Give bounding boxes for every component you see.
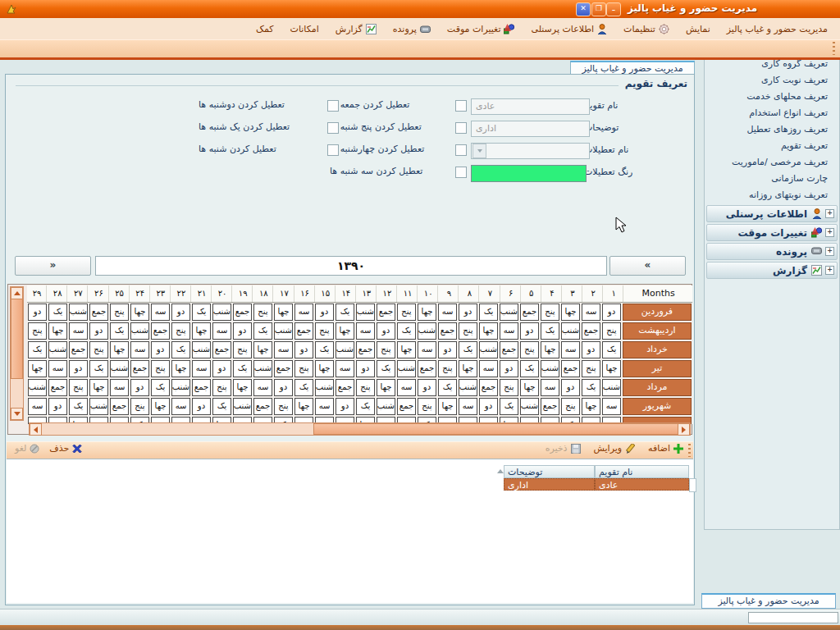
day-cell[interactable]: شنب [479, 341, 498, 358]
sidebar-item[interactable]: چارت سازمانی [705, 171, 839, 187]
day-cell[interactable]: سه [171, 398, 190, 415]
day-cell[interactable]: پنج [212, 379, 231, 396]
menu-item-1[interactable]: نمایش [678, 21, 718, 37]
menu-item-0[interactable]: مدیریت حضور و غیاب پالیز [719, 21, 835, 37]
day-cell[interactable]: سه [479, 360, 498, 377]
day-cell[interactable]: سه [315, 398, 334, 415]
day-cell[interactable]: یک [28, 341, 47, 358]
day-cell[interactable]: چها [377, 379, 395, 396]
day-cell[interactable]: شنب [418, 322, 436, 340]
sidebar-item[interactable]: تعریف انواع استخدام [705, 105, 839, 121]
holiday-weekday-checkbox[interactable] [455, 167, 467, 178]
menu-item-2[interactable]: تنظیمات [616, 21, 677, 37]
day-cell[interactable]: جمع [479, 379, 498, 396]
day-cell[interactable]: جمع [500, 341, 518, 358]
day-cell[interactable]: دو [520, 322, 539, 340]
day-cell[interactable]: جمع [438, 322, 457, 340]
day-cell[interactable]: جمع [582, 322, 600, 340]
day-cell[interactable]: دو [151, 341, 170, 358]
day-cell[interactable]: دو [315, 304, 334, 321]
next-year-button[interactable]: » [609, 256, 686, 276]
holiday-weekday-checkbox[interactable] [455, 100, 467, 112]
horizontal-scrollbar[interactable] [29, 422, 691, 436]
day-cell[interactable]: شنب [28, 379, 47, 396]
sidebar-item[interactable]: تعریف نوبت کاری [705, 72, 839, 89]
delete-button[interactable]: حذف [49, 443, 82, 454]
day-cell[interactable]: یک [212, 398, 231, 415]
day-cell[interactable]: دو [356, 360, 375, 377]
menu-item-6[interactable]: گزارش [328, 21, 384, 37]
holiday-name-combo[interactable] [471, 143, 590, 159]
toolbar-grip[interactable] [833, 42, 835, 55]
scroll-up-icon[interactable] [11, 287, 23, 299]
day-cell[interactable]: یک [171, 341, 190, 358]
day-cell[interactable]: چها [151, 398, 170, 415]
day-cell[interactable]: دو [418, 379, 436, 396]
day-cell[interactable]: دو [28, 304, 47, 321]
day-cell[interactable]: سه [541, 379, 559, 396]
day-cell[interactable]: جمع [541, 398, 559, 415]
day-cell[interactable]: سه [397, 379, 416, 396]
day-cell[interactable]: دو [69, 360, 88, 377]
day-cell[interactable]: یک [520, 360, 539, 377]
day-cell[interactable]: جمع [561, 360, 580, 377]
day-cell[interactable]: شنب [89, 398, 108, 415]
day-cell[interactable]: یک [89, 360, 108, 377]
day-cell[interactable]: جمع [212, 341, 231, 358]
day-cell[interactable]: سه [69, 322, 88, 340]
day-cell[interactable]: چها [582, 398, 600, 415]
day-cell[interactable]: یک [397, 322, 416, 340]
day-cell[interactable]: سه [418, 341, 436, 358]
dock-panel-tab[interactable]: مدیریت حضور و غیاب پالیز [701, 593, 836, 609]
day-cell[interactable]: سه [274, 341, 293, 358]
day-cell[interactable]: سه [582, 304, 600, 321]
day-cell[interactable]: سه [602, 398, 621, 415]
day-cell[interactable]: شنب [192, 341, 211, 358]
day-cell[interactable]: سه [253, 379, 272, 396]
minimize-button[interactable]: ـ [606, 2, 621, 16]
day-cell[interactable]: شنب [274, 322, 293, 340]
day-cell[interactable]: جمع [520, 304, 539, 321]
scrollbar-thumb[interactable] [313, 423, 678, 435]
day-cell[interactable]: چها [130, 304, 149, 321]
day-cell[interactable]: چها [561, 304, 580, 321]
column-header-description[interactable]: توضیحات [504, 465, 595, 478]
scroll-right-icon[interactable] [678, 423, 690, 436]
day-cell[interactable]: یک [253, 322, 272, 340]
day-cell[interactable]: دو [212, 360, 231, 377]
day-cell[interactable]: یک [192, 304, 211, 321]
day-cell[interactable]: سه [356, 322, 375, 340]
day-cell[interactable]: جمع [130, 360, 149, 377]
day-cell[interactable]: شنب [397, 360, 416, 377]
day-cell[interactable]: سه [212, 322, 231, 340]
day-cell[interactable]: جمع [233, 304, 252, 321]
day-cell[interactable]: دو [89, 322, 108, 340]
day-cell[interactable]: دو [192, 398, 211, 415]
day-cell[interactable]: چها [397, 341, 416, 358]
day-cell[interactable]: پنج [541, 304, 559, 321]
day-cell[interactable]: شنب [315, 379, 334, 396]
day-cell[interactable]: شنب [110, 360, 129, 377]
day-cell[interactable]: جمع [48, 379, 67, 396]
day-cell[interactable]: چها [336, 322, 354, 340]
menu-item-3[interactable]: اطلاعات پرسنلی [523, 21, 614, 37]
day-cell[interactable]: شنب [602, 379, 621, 396]
vertical-scrollbar[interactable] [10, 286, 24, 421]
sidebar-item[interactable]: تعریف نوبتهای روزانه [705, 187, 839, 203]
expand-icon[interactable]: + [825, 266, 834, 275]
day-cell[interactable]: یک [602, 341, 621, 358]
table-row-description-cell[interactable]: اداری [504, 478, 595, 491]
sidebar-section-header[interactable]: +گزارش [706, 262, 838, 279]
day-cell[interactable]: شنب [171, 379, 190, 396]
sidebar-item[interactable]: تعریف محلهای خدمت [705, 89, 839, 105]
sidebar-item[interactable]: تعریف تقویم [705, 138, 839, 154]
day-cell[interactable]: دو [438, 341, 457, 358]
day-cell[interactable]: پنج [356, 379, 375, 396]
scroll-left-icon[interactable] [30, 423, 42, 436]
day-cell[interactable]: دو [336, 398, 354, 415]
day-cell[interactable]: چها [315, 360, 334, 377]
calendar-name-field[interactable]: عادی [471, 98, 590, 115]
day-cell[interactable]: چها [541, 341, 559, 358]
day-cell[interactable]: چها [602, 360, 621, 377]
day-cell[interactable]: سه [438, 304, 457, 321]
